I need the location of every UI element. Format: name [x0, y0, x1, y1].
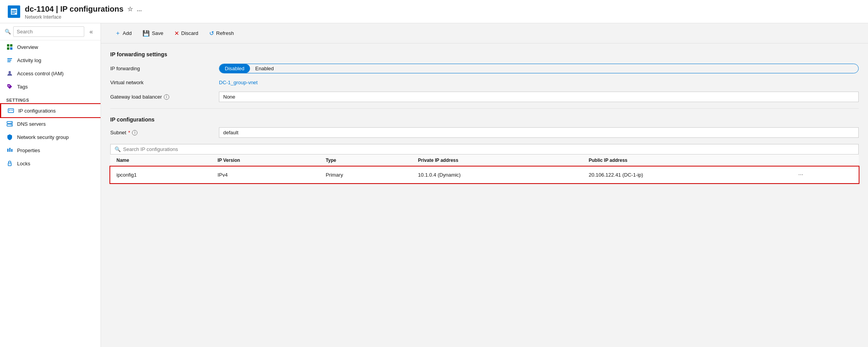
virtual-network-link[interactable]: DC-1_group-vnet	[219, 80, 258, 85]
nsg-icon	[6, 134, 13, 141]
subnet-value: default	[219, 127, 859, 138]
cell-name: ipconfig1	[110, 167, 212, 183]
discard-icon: ✕	[174, 30, 179, 37]
add-icon: ＋	[115, 29, 121, 37]
sidebar-item-network-security-group[interactable]: Network security group	[0, 130, 101, 144]
dns-servers-icon	[6, 120, 13, 127]
svg-rect-8	[7, 58, 12, 59]
main-layout: 🔍 « Overview Activity log Acc	[0, 23, 868, 347]
discard-button[interactable]: ✕ Discard	[170, 28, 203, 39]
activity-log-icon	[6, 57, 13, 64]
table-body: ipconfig1 IPv4 Primary 10.1.0.4 (Dynamic…	[110, 167, 859, 183]
sidebar-item-nsg-label: Network security group	[17, 134, 69, 140]
sidebar-item-properties-label: Properties	[17, 147, 40, 153]
header-text-group: dc-1104 | IP configurations ☆ ... Networ…	[25, 5, 142, 20]
virtual-network-label: Virtual network	[110, 80, 219, 85]
save-icon: 💾	[142, 30, 150, 37]
page-title-group: dc-1104 | IP configurations ☆ ...	[25, 5, 142, 14]
svg-rect-21	[9, 148, 10, 152]
subnet-info-icon[interactable]: i	[132, 130, 137, 135]
overview-icon	[6, 43, 13, 50]
toolbar: ＋ Add 💾 Save ✕ Discard ↺ Refresh	[101, 23, 868, 43]
sidebar-item-access-control-label: Access control (IAM)	[17, 71, 64, 76]
col-public-ip: Public IP address	[582, 154, 790, 167]
sidebar-item-locks[interactable]: Locks	[0, 157, 101, 170]
svg-point-11	[9, 71, 11, 73]
sidebar-item-properties[interactable]: Properties	[0, 144, 101, 157]
ip-configurations-icon	[7, 107, 14, 114]
gateway-input[interactable]: None	[219, 92, 859, 102]
collapse-button[interactable]: «	[87, 27, 96, 36]
disabled-toggle-button[interactable]: Disabled	[219, 64, 250, 73]
sidebar-item-overview-label: Overview	[17, 44, 38, 50]
col-type: Type	[319, 154, 412, 167]
col-ip-version: IP Version	[212, 154, 319, 167]
ip-configurations-section-title: IP configurations	[110, 116, 859, 123]
sidebar-item-ip-configurations[interactable]: IP configurations	[0, 104, 101, 117]
sidebar-item-activity-log[interactable]: Activity log	[0, 54, 101, 67]
locks-icon	[6, 160, 13, 167]
col-name: Name	[110, 154, 212, 167]
cell-public-ip: 20.106.122.41 (DC-1-ip)	[582, 167, 790, 183]
sidebar-item-tags[interactable]: Tags	[0, 80, 101, 93]
properties-icon	[6, 147, 13, 154]
subnet-row: Subnet * i default	[110, 127, 859, 138]
tags-icon	[6, 83, 13, 90]
page-title: dc-1104 | IP configurations	[25, 5, 123, 14]
svg-rect-7	[10, 47, 12, 50]
ip-search-box: 🔍	[110, 144, 859, 154]
sidebar-item-dns-servers[interactable]: DNS servers	[0, 117, 101, 130]
svg-rect-14	[9, 110, 10, 111]
svg-rect-22	[11, 149, 12, 152]
refresh-icon: ↺	[209, 30, 214, 37]
form-content: IP forwarding settings IP forwarding Dis…	[101, 43, 868, 191]
page-header: dc-1104 | IP configurations ☆ ... Networ…	[0, 0, 868, 23]
svg-rect-5	[10, 44, 12, 47]
row-more-button[interactable]: ···	[796, 170, 806, 179]
ip-configurations-table: Name IP Version Type Private IP address …	[110, 154, 859, 183]
refresh-label: Refresh	[216, 30, 234, 36]
iam-icon	[6, 70, 13, 77]
svg-point-18	[11, 122, 12, 123]
subnet-input[interactable]: default	[219, 127, 859, 138]
virtual-network-value: DC-1_group-vnet	[219, 80, 859, 85]
add-button[interactable]: ＋ Add	[110, 27, 136, 39]
cell-row-actions: ···	[790, 167, 859, 183]
svg-point-12	[9, 85, 10, 87]
gateway-info-icon[interactable]: i	[164, 94, 169, 100]
save-button[interactable]: 💾 Save	[138, 28, 168, 39]
sidebar-item-access-control[interactable]: Access control (IAM)	[0, 67, 101, 80]
gateway-row: Gateway load balancer i None	[110, 92, 859, 102]
nav-section: Overview Activity log Access control (IA…	[0, 40, 101, 93]
search-input[interactable]	[13, 26, 84, 37]
svg-rect-1	[12, 10, 16, 11]
subnet-label: Subnet * i	[110, 130, 219, 135]
refresh-button[interactable]: ↺ Refresh	[205, 28, 239, 39]
cell-type: Primary	[319, 167, 412, 183]
sidebar-item-locks-label: Locks	[17, 161, 30, 167]
svg-rect-4	[7, 44, 9, 47]
svg-rect-23	[8, 163, 11, 166]
svg-rect-2	[12, 12, 16, 12]
table-row[interactable]: ipconfig1 IPv4 Primary 10.1.0.4 (Dynamic…	[110, 167, 859, 183]
add-label: Add	[123, 30, 132, 36]
svg-rect-15	[11, 110, 13, 111]
gateway-label: Gateway load balancer i	[110, 94, 219, 100]
svg-rect-3	[12, 13, 15, 14]
search-box: 🔍 «	[0, 23, 101, 40]
more-options-icon[interactable]: ...	[137, 6, 142, 13]
svg-point-19	[11, 125, 12, 126]
save-label: Save	[152, 30, 163, 36]
svg-rect-9	[7, 60, 11, 61]
favorite-star[interactable]: ☆	[127, 5, 133, 13]
ip-search-input[interactable]	[123, 146, 854, 152]
col-private-ip: Private IP address	[412, 154, 583, 167]
ip-forwarding-label: IP forwarding	[110, 66, 219, 71]
sidebar-item-overview[interactable]: Overview	[0, 40, 101, 54]
enabled-toggle-button[interactable]: Enabled	[250, 64, 279, 73]
sidebar-item-tags-label: Tags	[17, 84, 28, 90]
svg-rect-20	[7, 149, 9, 152]
svg-rect-6	[7, 47, 9, 50]
ip-forwarding-row: IP forwarding Disabled Enabled	[110, 64, 859, 73]
svg-rect-13	[8, 109, 14, 113]
